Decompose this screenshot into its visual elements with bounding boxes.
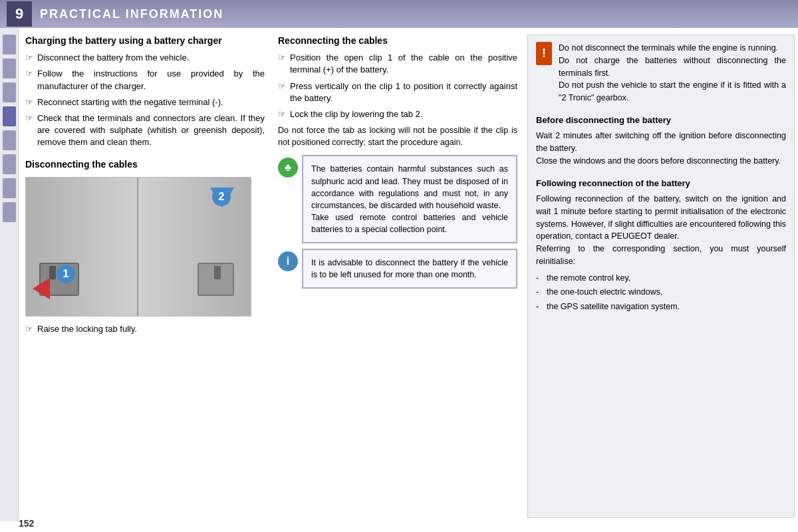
reconnect-text-3: Lock the clip by lowering the tab 2.: [290, 108, 517, 120]
bullet-text-3: Reconnect starting with the negative ter…: [37, 96, 265, 108]
side-tab-6[interactable]: [3, 154, 16, 174]
battery-image: 1 2: [25, 177, 251, 317]
reconnect-text-1: Position the open clip 1 of the cable on…: [290, 52, 517, 76]
green-box-text: The batteries contain harmful substances…: [311, 164, 508, 234]
after-reconnect-text: Following reconnection of the battery, s…: [536, 193, 786, 268]
footer-bullet-symbol: ☞: [25, 323, 37, 335]
dash-text-2: the one-touch electric windows,: [547, 286, 662, 299]
blue-info-wrapper: i It is advisable to disconnect the batt…: [278, 249, 517, 289]
bullet-text-1: Disconnect the battery from the vehicle.: [37, 52, 265, 64]
section1-title: Charging the battery using a battery cha…: [25, 35, 265, 47]
warning-text-container: Do not disconnect the terminals while th…: [559, 42, 786, 104]
bullet-symbol-1: ☞: [25, 52, 37, 64]
blue-info-box: It is advisable to disconnect the batter…: [302, 249, 517, 289]
bullet-item-1: ☞ Disconnect the battery from the vehicl…: [25, 52, 265, 64]
blue-box-text: It is advisable to disconnect the batter…: [311, 258, 508, 279]
bullet-item-4: ☞ Check that the terminals and connector…: [25, 112, 265, 149]
note-text: Do not force the tab as locking will not…: [278, 124, 517, 148]
green-info-wrapper: ♣ The batteries contain harmful substanc…: [278, 155, 517, 243]
dash-text-1: the remote control key,: [547, 272, 630, 285]
side-tab-4-active[interactable]: [3, 106, 16, 126]
before-disconnect-text: Wait 2 minutes after switching off the i…: [536, 130, 786, 167]
battery-illustration: 1 2: [26, 178, 251, 316]
dash-sym-2: -: [536, 286, 547, 299]
warning-icon-container: !: [536, 42, 555, 65]
side-tab-7[interactable]: [3, 178, 16, 198]
label-circle-1: 1: [57, 265, 75, 283]
chapter-title: PRACTICAL INFORMATION: [40, 7, 223, 21]
footer-bullet-item: ☞ Raise the locking tab fully.: [25, 323, 265, 335]
dash-sym-3: -: [536, 301, 547, 313]
dash-sym-1: -: [536, 272, 547, 285]
green-icon: ♣: [278, 158, 298, 178]
right-column: ! Do not disconnect the terminals while …: [527, 35, 795, 518]
section2-title: Disconnecting the cables: [25, 158, 265, 170]
dash-item-3: - the GPS satellite navigation system.: [536, 301, 786, 313]
page-number: 152: [19, 518, 34, 529]
side-tab-8[interactable]: [3, 202, 16, 222]
page-header: 9 PRACTICAL INFORMATION: [0, 0, 798, 28]
content-area: Charging the battery using a battery cha…: [19, 28, 798, 521]
bullet-text-2: Follow the instructions for use provided…: [37, 68, 265, 92]
left-column: Charging the battery using a battery cha…: [22, 35, 268, 518]
reconnect-text-2: Press vertically on the clip 1 to positi…: [290, 80, 517, 104]
side-tab-3[interactable]: [3, 82, 16, 102]
reconnect-title: Reconnecting the cables: [278, 35, 517, 47]
main-content: Charging the battery using a battery cha…: [0, 28, 798, 521]
bullet-symbol-4: ☞: [25, 112, 37, 149]
warning-icon: !: [536, 42, 552, 65]
bullet-symbol-2: ☞: [25, 68, 37, 92]
side-tab-1[interactable]: [3, 35, 16, 55]
after-reconnect-title: Following reconnection of the battery: [536, 177, 786, 190]
bullet-item-2: ☞ Follow the instructions for use provid…: [25, 68, 265, 92]
dash-item-2: - the one-touch electric windows,: [536, 286, 786, 299]
reconnect-sym-2: ☞: [278, 80, 290, 104]
reconnect-sym-3: ☞: [278, 108, 290, 120]
green-icon-container: ♣: [278, 158, 302, 178]
reconnect-bullet-3: ☞ Lock the clip by lowering the tab 2.: [278, 108, 517, 120]
bullet-symbol-3: ☞: [25, 96, 37, 108]
bullet-text-4: Check that the terminals and connectors …: [37, 112, 265, 149]
label-circle-2: 2: [212, 188, 231, 206]
reconnect-sym-1: ☞: [278, 52, 290, 76]
battery-right-panel: 2: [138, 178, 251, 316]
side-tabs: [0, 28, 19, 521]
side-tab-5[interactable]: [3, 130, 16, 150]
side-tab-2[interactable]: [3, 59, 16, 78]
dash-item-1: - the remote control key,: [536, 272, 786, 285]
dash-text-3: the GPS satellite navigation system.: [547, 301, 680, 313]
footer-bullet-text: Raise the locking tab fully.: [37, 323, 265, 335]
middle-column: Reconnecting the cables ☞ Position the o…: [275, 35, 521, 518]
green-info-box: The batteries contain harmful substances…: [302, 155, 517, 243]
blue-icon: i: [278, 251, 298, 271]
reconnect-bullet-2: ☞ Press vertically on the clip 1 to posi…: [278, 80, 517, 104]
battery-left-panel: 1: [26, 178, 138, 316]
bullet-item-3: ☞ Reconnect starting with the negative t…: [25, 96, 265, 108]
chapter-number: 9: [7, 1, 32, 27]
warning-wrapper: ! Do not disconnect the terminals while …: [536, 42, 786, 104]
warning-text: Do not disconnect the terminals while th…: [559, 42, 786, 104]
before-disconnect-title: Before disconnecting the battery: [536, 114, 786, 127]
blue-icon-container: i: [278, 251, 302, 271]
reconnect-bullet-1: ☞ Position the open clip 1 of the cable …: [278, 52, 517, 76]
